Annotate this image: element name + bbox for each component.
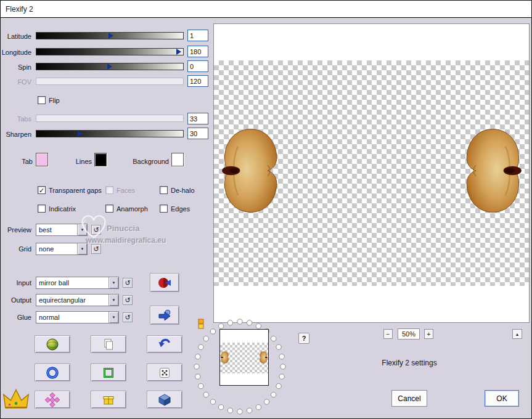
sharpen-label: Sharpen (1, 131, 31, 138)
transparent-gaps-checkbox[interactable]: ✓ Transparent gaps (38, 186, 102, 194)
spin-input[interactable] (187, 60, 208, 72)
sharpen-slider-thumb[interactable] (78, 131, 83, 137)
copy-settings-button[interactable] (91, 335, 126, 353)
latitude-label: Latitude (1, 33, 31, 40)
thumbnail-butterfly-right (260, 349, 268, 366)
filmstrip-marker-icon[interactable] (198, 319, 204, 329)
spin-slider-thumb[interactable] (107, 63, 112, 70)
dehalo-checkbox-label: De-halo (171, 187, 195, 194)
tabs-input[interactable] (187, 113, 208, 124)
mirror-ball-icon (157, 275, 172, 290)
lines-color-label: Lines (67, 158, 92, 165)
cancel-button[interactable]: Cancel (391, 390, 427, 407)
thumbnail-butterfly-left (220, 349, 229, 366)
watermark-name: Pinuccia (107, 224, 139, 233)
frame-tool-button[interactable] (91, 364, 126, 381)
randomize-button[interactable] (147, 364, 182, 381)
settings-thumbnail[interactable] (219, 329, 269, 386)
glue-reset-button[interactable]: ↺ (123, 312, 133, 322)
tabs-label: Tabs (1, 115, 31, 123)
gift-box-icon (101, 393, 116, 407)
zoom-in-button[interactable]: + (424, 329, 433, 339)
blue-cube-icon (157, 393, 172, 407)
window-title: Flexify 2 (6, 5, 33, 14)
input-label: Input (1, 279, 31, 287)
sharpen-slider[interactable] (36, 130, 184, 137)
undo-button[interactable] (147, 335, 182, 353)
background-color-swatch[interactable] (171, 153, 184, 166)
output-dropdown[interactable]: equirectangular ▼ (36, 294, 119, 306)
dehalo-checkbox[interactable]: De-halo (160, 186, 195, 194)
help-button[interactable]: ? (298, 333, 309, 344)
preview-reset-button[interactable]: ↺ (91, 225, 101, 235)
indicatrix-checkbox-box[interactable] (38, 205, 46, 213)
grid-dropdown-arrow-icon[interactable]: ▼ (77, 243, 87, 254)
faces-checkbox-box (105, 186, 113, 194)
anamorph-checkbox-label: Anamorph (117, 205, 148, 213)
glue-dropdown[interactable]: normal ▼ (36, 311, 119, 323)
ok-button[interactable]: OK (485, 390, 519, 407)
longitude-slider-thumb[interactable] (176, 49, 181, 55)
fov-slider (36, 78, 184, 85)
scroll-up-button[interactable]: ▲ (512, 329, 522, 339)
flip-checkbox[interactable]: Flip (38, 96, 60, 104)
zoom-level: 50% (398, 328, 420, 340)
sharpen-input[interactable] (187, 128, 208, 139)
input-dropdown[interactable]: mirror ball ▼ (36, 277, 119, 289)
lines-color-swatch[interactable] (94, 153, 107, 166)
globe-icon (45, 337, 60, 352)
solid-tool-button[interactable] (147, 391, 182, 409)
tab-color-swatch[interactable] (36, 153, 48, 166)
spin-slider[interactable] (36, 63, 184, 70)
output-label: Output (1, 296, 31, 304)
grid-dropdown-value: none (36, 245, 77, 253)
gift-tool-button[interactable] (91, 391, 126, 409)
ring-tool-button[interactable] (35, 364, 70, 381)
longitude-input[interactable] (187, 46, 208, 57)
longitude-slider[interactable] (36, 48, 184, 55)
background-color-label: Background (124, 158, 169, 165)
latitude-slider-thumb[interactable] (108, 33, 113, 39)
pattern-tool-button[interactable] (35, 391, 70, 409)
anamorph-checkbox-box[interactable] (105, 205, 113, 213)
sphere-tool-button[interactable] (35, 335, 70, 353)
fov-input[interactable] (187, 75, 208, 87)
dice-icon (157, 365, 172, 380)
output-dropdown-value: equirectangular (36, 296, 108, 304)
undo-arrow-icon (157, 337, 172, 352)
preview-label: Preview (1, 226, 31, 234)
faces-checkbox: Faces (105, 186, 135, 194)
spin-label: Spin (1, 63, 31, 71)
output-dropdown-arrow-icon[interactable]: ▼ (108, 295, 118, 306)
dehalo-checkbox-box[interactable] (160, 186, 168, 194)
preview-dropdown[interactable]: best ▼ (36, 224, 88, 236)
flip-checkbox-box[interactable] (38, 96, 46, 104)
indicatrix-checkbox[interactable]: Indicatrix (38, 205, 76, 213)
input-dropdown-arrow-icon[interactable]: ▼ (108, 277, 118, 288)
grid-dropdown[interactable]: none ▼ (36, 243, 88, 255)
butterfly-left (218, 126, 278, 216)
preview-pane[interactable] (213, 23, 530, 323)
transparent-gaps-checkbox-box[interactable]: ✓ (38, 186, 46, 194)
input-reset-button[interactable]: ↺ (123, 278, 133, 288)
zoom-out-button[interactable]: − (383, 329, 393, 339)
glue-dropdown-value: normal (36, 314, 108, 321)
glue-shape-button[interactable] (150, 306, 179, 325)
output-reset-button[interactable]: ↺ (123, 295, 133, 305)
preview-dropdown-arrow-icon[interactable]: ▼ (77, 224, 87, 235)
edges-checkbox-box[interactable] (160, 205, 168, 213)
anamorph-checkbox[interactable]: Anamorph (105, 205, 148, 213)
grid-label: Grid (1, 245, 31, 253)
glue-dropdown-arrow-icon[interactable]: ▼ (108, 312, 118, 323)
latitude-input[interactable] (187, 30, 208, 41)
input-shape-button[interactable] (150, 273, 179, 292)
crown-icon[interactable] (2, 387, 30, 412)
edges-checkbox[interactable]: Edges (160, 205, 190, 213)
grid-reset-button[interactable]: ↺ (91, 244, 101, 254)
status-text: Flexify 2 settings (357, 359, 462, 367)
indicatrix-checkbox-label: Indicatrix (49, 205, 76, 213)
watermark: Pinuccia www.maidiregrafica.eu (75, 210, 173, 250)
latitude-slider[interactable] (36, 32, 184, 39)
preview-dropdown-value: best (36, 226, 77, 234)
tab-color-label: Tab (1, 158, 33, 165)
